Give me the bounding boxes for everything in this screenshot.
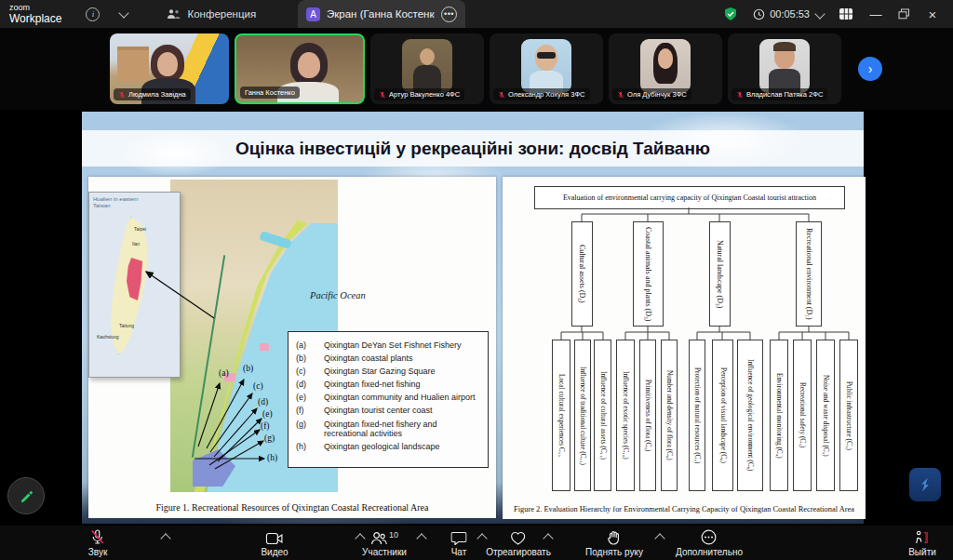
figure2-panel: Evaluation of environmental carrying cap… bbox=[503, 177, 866, 519]
criterion-box-c12: Influence of traditional culture (C₁₂) bbox=[574, 340, 591, 491]
castle-background bbox=[117, 47, 149, 82]
react-label: Отреагировать bbox=[486, 547, 551, 557]
next-participants-button[interactable]: › bbox=[858, 57, 882, 81]
presentation-slide: Оцінка інвестицій у рекреаційні зони: до… bbox=[82, 112, 864, 524]
avatar bbox=[521, 39, 571, 93]
more-ellipsis-icon bbox=[701, 529, 717, 545]
muted-mic-icon bbox=[379, 91, 386, 99]
participants-options-chevron[interactable] bbox=[416, 533, 426, 543]
mute-label: Звук bbox=[88, 547, 108, 557]
more-label: Дополнительно bbox=[676, 547, 743, 557]
city-label: Ilan bbox=[132, 241, 140, 247]
leave-label: Выйти bbox=[908, 547, 936, 557]
participant-name: Ганна Костенко bbox=[245, 88, 295, 97]
camera-icon bbox=[266, 532, 284, 545]
taiwan-inset-map: Hualien in eastern Taiwan Taipei Ilan Ta… bbox=[88, 192, 181, 378]
category-box-d3: Coastal animals and plants (D₃) bbox=[633, 221, 664, 327]
raised-hand-icon bbox=[608, 530, 622, 545]
raise-hand-button[interactable]: Поднять руку bbox=[585, 529, 643, 557]
map-label-e: (e) bbox=[262, 409, 273, 419]
legend-text: Qixingtan Star Gazing Square bbox=[324, 367, 480, 377]
legend-text: Qixingtan coastal plants bbox=[324, 353, 480, 364]
react-button[interactable]: Отреагировать bbox=[486, 529, 551, 557]
s-logo-icon bbox=[917, 476, 933, 493]
city-label: Kaohsiung bbox=[97, 334, 119, 340]
category-box-d2: Natural landscape (D₂) bbox=[709, 221, 731, 327]
inset-title: Hualien in eastern Taiwan bbox=[93, 196, 143, 209]
legend-row: (c)Qixingtan Star Gazing Square bbox=[296, 367, 482, 377]
minimize-button[interactable]: — bbox=[868, 7, 883, 21]
city-label: Taitung bbox=[119, 323, 134, 328]
video-button[interactable]: Видео bbox=[261, 529, 288, 557]
window-titlebar: zoom Workplace i Конференция A Экран (Га… bbox=[0, 0, 953, 28]
legend-text: Qixingtan community and Hualien airport bbox=[324, 393, 480, 403]
logo-line1: zoom bbox=[9, 4, 61, 12]
browser-app-button[interactable] bbox=[909, 468, 941, 501]
participant-tile-hanna-active-speaker[interactable]: Ганна Костенко bbox=[235, 33, 365, 104]
participant-name: Людмила Завідна bbox=[128, 90, 186, 99]
close-button[interactable]: × bbox=[925, 7, 940, 22]
criterion-box-c7: Protection of natural resources (C₇) bbox=[689, 340, 705, 491]
legend-key: (g) bbox=[296, 420, 324, 439]
muted-mic-icon bbox=[736, 91, 744, 99]
video-label: Видео bbox=[261, 547, 288, 557]
participants-button[interactable]: 10 Участники bbox=[362, 529, 407, 557]
participant-tile-artur[interactable]: Артур Вакуленко 4ФС bbox=[370, 33, 484, 104]
legend-key: (c) bbox=[296, 367, 324, 377]
raise-hand-options-chevron[interactable] bbox=[654, 533, 664, 543]
participants-icon bbox=[370, 531, 387, 545]
name-pill: Владислав Патяка 2ФС bbox=[732, 88, 827, 100]
tab-options-icon[interactable]: ••• bbox=[441, 7, 457, 22]
legend-key: (f) bbox=[296, 406, 324, 416]
name-pill: Людмила Завідна bbox=[114, 88, 191, 100]
figure2-caption: Figure 2. Evaluation Hierarchy for Envir… bbox=[503, 505, 866, 513]
participant-tile-olia[interactable]: Оля Дубінчук 3ФС bbox=[609, 33, 722, 104]
info-icon[interactable]: i bbox=[86, 7, 100, 21]
meeting-timer[interactable]: 00:05:53 bbox=[753, 8, 824, 20]
criterion-box-c3: Recreational safety (C₃) bbox=[793, 340, 812, 491]
more-button[interactable]: Дополнительно bbox=[676, 529, 743, 557]
leave-button[interactable]: Выйти bbox=[908, 529, 936, 557]
name-pill: Олександр Хохуля 3ФС bbox=[493, 88, 590, 100]
restore-window-button[interactable] bbox=[898, 8, 910, 20]
tab-meeting-label: Конференция bbox=[187, 8, 256, 20]
tab-screen-share[interactable]: A Экран (Ганна Костенко) ••• bbox=[298, 0, 465, 28]
avatar bbox=[759, 39, 810, 93]
mute-button[interactable]: Звук bbox=[88, 529, 108, 557]
legend-key: (d) bbox=[296, 380, 324, 390]
chat-button[interactable]: Чат bbox=[451, 529, 467, 557]
pencil-icon bbox=[18, 487, 34, 504]
annotation-pencil-button[interactable] bbox=[7, 477, 45, 514]
tab-meeting[interactable]: Конференция bbox=[167, 8, 256, 20]
criterion-box-c13: Local cultural experiences C₁₃ bbox=[552, 340, 570, 491]
avatar: A bbox=[306, 7, 320, 21]
gallery-view-icon[interactable] bbox=[839, 7, 853, 20]
participant-tile-oleksandr[interactable]: Олександр Хохуля 3ФС bbox=[490, 33, 603, 104]
mic-options-chevron[interactable] bbox=[160, 533, 170, 543]
map-label-a: (a) bbox=[219, 368, 229, 378]
map-label-h: (h) bbox=[267, 453, 277, 462]
muted-mic-icon bbox=[498, 91, 505, 99]
category-box-d4: Cultural assets (D₄) bbox=[571, 221, 593, 327]
pacific-ocean-label: Pacific Ocean bbox=[310, 290, 366, 300]
muted-mic-icon bbox=[617, 91, 624, 99]
map-label-b: (b) bbox=[243, 364, 253, 373]
criterion-box-c4: Environmental monitoring (C₄) bbox=[770, 340, 788, 491]
muted-mic-icon bbox=[89, 529, 106, 545]
map-label-f: (f) bbox=[261, 421, 270, 431]
name-pill: Ганна Костенко bbox=[240, 87, 300, 99]
meeting-toolbar: Звук Видео 10 Участники Чат Отреагироват… bbox=[0, 526, 953, 560]
security-shield-icon[interactable] bbox=[723, 7, 738, 21]
participant-name: Артур Вакуленко 4ФС bbox=[389, 90, 460, 99]
chevron-down-icon[interactable] bbox=[119, 7, 129, 18]
participant-tile-liudmyla[interactable]: Людмила Завідна bbox=[110, 33, 229, 104]
legend-text: Qixingtan fixed-net fishery and recreati… bbox=[324, 420, 480, 439]
legend-row: (f)Qixingtan tourist center coast bbox=[296, 406, 482, 416]
participant-tile-vladyslav[interactable]: Владислав Патяка 2ФС bbox=[728, 33, 841, 104]
criterion-box-c9: Primitiveness of flora (C₉) bbox=[639, 340, 656, 491]
category-box-d1: Recreational environment (D₁) bbox=[796, 221, 822, 327]
leave-door-icon bbox=[914, 530, 930, 545]
slide-title: Оцінка інвестицій у рекреаційні зони: до… bbox=[235, 139, 710, 159]
city-label: Taipei bbox=[134, 226, 146, 232]
tab-screen-label: Экран (Ганна Костенко) bbox=[327, 8, 435, 20]
